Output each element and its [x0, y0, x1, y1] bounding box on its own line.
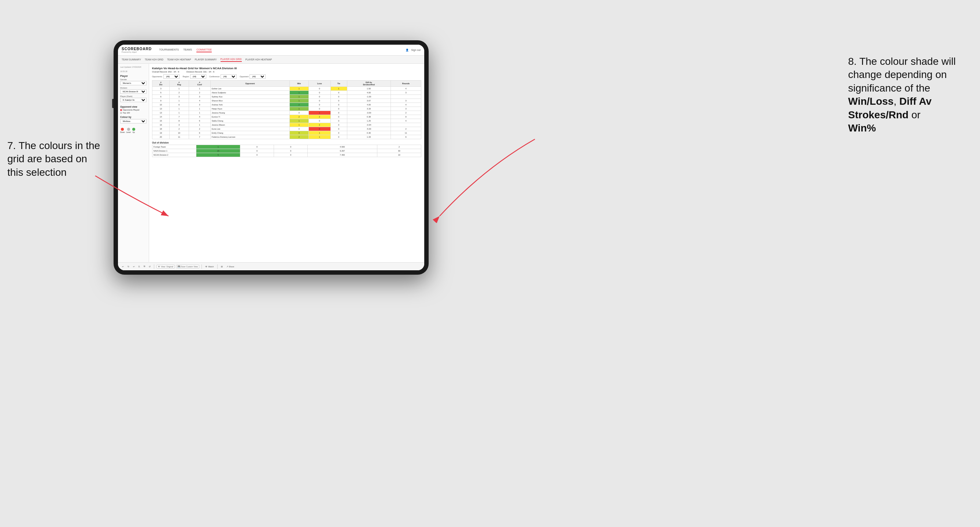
col-opponent: Opponent	[210, 81, 290, 87]
legend-up-dot	[132, 128, 135, 131]
table-row: 1063 Andrea York 2 0 0 4.00 4	[153, 103, 421, 107]
table-row: 1474 Eunice Yi 2 2 0 0.38 9	[153, 115, 421, 119]
table-row: 1311 Heejo Hyun 1 0 0 3.33 3	[153, 107, 421, 111]
filter-opponent-select[interactable]: (All)	[250, 75, 266, 79]
gender-select[interactable]: Women's	[120, 81, 146, 85]
legend-level-dot	[127, 128, 130, 131]
side-button	[112, 99, 114, 108]
table-row: 914 Sharon Mun 1 0 0 3.67 3	[153, 99, 421, 103]
table-row: 19106 Emily Chang 4 1 0 0.30 11	[153, 131, 421, 135]
nav-teams[interactable]: TEAMS	[183, 48, 192, 52]
table-row: 1585 Stella Cheng 1 0 0 1.25 4	[153, 119, 421, 123]
out-of-division-table: Foreign Team 1 0 0 4.500 2 NAIA Division…	[152, 144, 421, 157]
col-conf: #Conf	[189, 81, 210, 87]
player-rank-select[interactable]: 8. Katelyn Vo	[120, 98, 146, 102]
annotation-left: 7. The colours in the grid are based on …	[7, 139, 103, 179]
radio-top-100-label: Top 100	[123, 112, 130, 114]
grid-area: Katelyn Vo Head-to-Head Grid for Women's…	[149, 64, 424, 262]
radio-opponents-played[interactable]: Opponents Played	[120, 109, 146, 111]
logo-text: SCOREBOARD	[122, 47, 152, 51]
division-label: Division	[120, 87, 146, 89]
annotation-right-bold1: Win/Loss	[848, 95, 894, 107]
app-header: SCOREBOARD Powered by clippd TOURNAMENTS…	[118, 45, 424, 56]
grid-records: Overall Record: 353 - 34 - 6 Division Re…	[152, 71, 421, 73]
opponent-view-title: Opponent view	[120, 105, 146, 108]
legend-level: Level	[126, 128, 131, 133]
user-icon: 👤	[406, 49, 409, 52]
colour-by-title: Colour by	[120, 116, 146, 118]
col-win: Win	[290, 81, 309, 87]
radio-top-100[interactable]: Top 100	[120, 112, 146, 114]
grid-title: Katelyn Vo Head-to-Head Grid for Women's…	[152, 67, 421, 70]
division-record-label: Division Record: 331 - 34 - 6	[186, 71, 214, 73]
arrow-right	[410, 124, 557, 253]
player-rank-label: Player (Rank)	[120, 95, 146, 97]
legend-up: Up	[132, 128, 135, 133]
overall-record-label: Overall Record: 353 - 34 - 6	[152, 71, 179, 73]
legend-down: Down	[120, 128, 125, 133]
table-row: 1822 Euna Lee 0 0 0 -5.00 2	[153, 127, 421, 131]
player-section-title: Player	[120, 75, 146, 77]
data-table: #Div #Reg #Conf Opponent Win Loss Tie Di…	[152, 80, 421, 139]
last-updated-date: Last Updated: 27/03/2024	[120, 66, 146, 68]
col-diff: Diff AvStrokes/Rnd	[347, 81, 391, 87]
subnav-team-summary[interactable]: TEAM SUMMARY	[122, 57, 141, 62]
subnav-player-h2h-grid[interactable]: PLAYER H2H GRID	[221, 57, 242, 62]
filter-opponents: Opponents: (All)	[152, 75, 180, 79]
header-right: 👤 Sign out	[406, 49, 421, 52]
filter-opponent: Opponent (All)	[240, 75, 266, 79]
table-row: 20117 Federica Domecq Lacroze 2 1 0 1.33…	[153, 135, 421, 139]
annotation-right: 8. The colour shade will change dependin…	[848, 55, 965, 135]
sign-out-link[interactable]: Sign out	[411, 49, 421, 51]
radio-opponents-played-label: Opponents Played	[123, 109, 139, 111]
col-div: #Div	[153, 81, 170, 87]
table-row: Foreign Team 1 0 0 4.500 2	[153, 145, 421, 149]
nav-items: TOURNAMENTS TEAMS COMMITTEE	[159, 48, 406, 52]
subnav-team-h2h-grid[interactable]: TEAM H2H GRID	[145, 57, 163, 62]
last-updated-time: 16:55:38	[120, 70, 146, 73]
legend-up-label: Up	[133, 131, 135, 133]
logo-sub: Powered by clippd	[122, 51, 152, 53]
sub-nav: TEAM SUMMARY TEAM H2H GRID TEAM H2H HEAT…	[118, 56, 424, 64]
subnav-player-h2h-heatmap[interactable]: PLAYER H2H HEATMAP	[245, 57, 272, 62]
table-row: 633 Sydney Kuo 1 0 0 -1.00	[153, 95, 421, 99]
filter-region-select[interactable]: (All)	[190, 75, 206, 79]
filter-conference: Conference (All)	[209, 75, 237, 79]
col-tie: Tie	[331, 81, 347, 87]
filter-region: Region (All)	[183, 75, 206, 79]
division-select[interactable]: NCAA Division III	[120, 89, 146, 94]
col-loss: Loss	[309, 81, 331, 87]
nav-tournaments[interactable]: TOURNAMENTS	[159, 48, 179, 52]
annotation-right-bold3: Win%	[848, 122, 876, 134]
legend-down-dot	[121, 128, 124, 131]
nav-committee[interactable]: COMMITTEE	[196, 48, 212, 52]
table-row: NCAA Division 2 5 0 0 7.400 10	[153, 153, 421, 157]
main-content: Last Updated: 27/03/2024 16:55:38 Player…	[118, 64, 424, 262]
filter-conference-select[interactable]: (All)	[221, 75, 237, 79]
col-rounds: Rounds	[391, 81, 421, 87]
tablet-screen: SCOREBOARD Powered by clippd TOURNAMENTS…	[118, 45, 424, 270]
table-row: 1311 Jessica Huang 0 1 0 -3.00 2	[153, 111, 421, 115]
legend-down-label: Down	[120, 131, 125, 133]
logo-area: SCOREBOARD Powered by clippd	[122, 47, 152, 53]
legend-level-label: Level	[126, 131, 131, 133]
filter-opponents-select[interactable]: (All)	[163, 75, 180, 79]
table-row: 311 Esther Lee 1 0 1 1.50 4	[153, 87, 421, 91]
subnav-team-h2h-heatmap[interactable]: TEAM H2H HEATMAP	[167, 57, 191, 62]
radio-top-100-circle	[120, 112, 122, 114]
table-row: NAIA Division 1 15 0 0 9.267 30	[153, 149, 421, 153]
gender-label: Gender	[120, 78, 146, 81]
out-of-division-header: Out of division	[152, 141, 421, 144]
filter-row: Opponents: (All) Region (All) Conference	[152, 75, 421, 79]
colour-by-select[interactable]: Win/loss	[120, 119, 146, 124]
col-reg: #Reg	[170, 81, 189, 87]
legend: Down Level Up	[120, 128, 146, 133]
table-row: 522 Alexis Sudjianto 1 0 0 4.00 3	[153, 91, 421, 95]
tablet-frame: SCOREBOARD Powered by clippd TOURNAMENTS…	[114, 40, 429, 275]
radio-opponents-played-circle	[120, 109, 122, 111]
subnav-player-summary[interactable]: PLAYER SUMMARY	[195, 57, 217, 62]
table-row: 1631 Jessica Mason 1 2 0 -0.94	[153, 123, 421, 127]
left-sidebar: Last Updated: 27/03/2024 16:55:38 Player…	[118, 64, 149, 262]
